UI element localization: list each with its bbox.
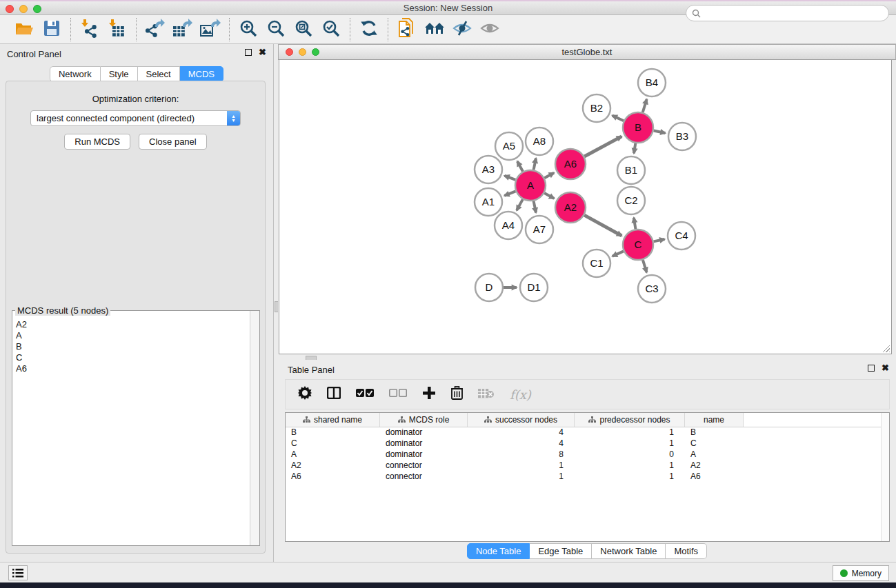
cell-name[interactable]: A2: [685, 460, 744, 472]
tab-select[interactable]: Select: [138, 66, 180, 82]
table-row-A2[interactable]: A2connector11A2: [286, 460, 889, 472]
graph-edge-A-A4[interactable]: [517, 199, 523, 210]
graph-node-B[interactable]: B: [623, 112, 653, 143]
graph-node-B1[interactable]: B1: [617, 156, 645, 184]
graph-node-A8[interactable]: A8: [526, 128, 553, 155]
graph-edge-A-A1[interactable]: [504, 191, 515, 195]
memory-button[interactable]: Memory: [833, 565, 889, 581]
cell-successor-nodes[interactable]: 8: [468, 449, 575, 460]
tab-network[interactable]: Network: [50, 66, 101, 82]
table-row-C[interactable]: Cdominator41C: [286, 438, 889, 449]
save-session-button[interactable]: [40, 19, 63, 41]
mcds-result-item[interactable]: A2: [16, 319, 246, 330]
close-window-icon[interactable]: [6, 5, 14, 13]
graph-node-B4[interactable]: B4: [638, 69, 666, 97]
graph-node-A4[interactable]: A4: [495, 212, 522, 239]
cell-shared-name[interactable]: A: [286, 449, 380, 460]
graph-node-A1[interactable]: A1: [475, 188, 502, 216]
graph-edge-C-C2[interactable]: [634, 218, 636, 230]
zoom-out-button[interactable]: [264, 19, 288, 41]
column-header-shared-name[interactable]: shared name: [286, 413, 380, 427]
graph-node-A7[interactable]: A7: [526, 216, 553, 243]
cell-predecessor-nodes[interactable]: 1: [575, 438, 685, 449]
cell-predecessor-nodes[interactable]: 0: [575, 449, 685, 460]
cell-shared-name[interactable]: B: [286, 427, 380, 438]
table-row-A6[interactable]: A6connector11A6: [286, 472, 889, 483]
zoom-fit-button[interactable]: [292, 19, 315, 41]
cell-MCDS-role[interactable]: connector: [380, 472, 468, 483]
mcds-result-list[interactable]: A2ABCA6: [13, 318, 249, 545]
graph-edge-A2-C[interactable]: [584, 215, 621, 236]
cell-shared-name[interactable]: C: [286, 438, 380, 449]
network-minimize-icon[interactable]: [299, 48, 306, 56]
zoom-selected-button[interactable]: [319, 19, 343, 41]
cell-MCDS-role[interactable]: connector: [380, 460, 468, 472]
cell-MCDS-role[interactable]: dominator: [380, 449, 468, 460]
close-panel-button[interactable]: Close panel: [139, 134, 207, 150]
graph-node-C3[interactable]: C3: [638, 275, 666, 303]
float-panel-icon[interactable]: [245, 49, 252, 56]
network-canvas[interactable]: B4B2BB3A5A8A6A3B1AC2A1A2A4A7C4CC1C3DD1: [279, 60, 892, 354]
tab-style[interactable]: Style: [101, 66, 138, 82]
cell-predecessor-nodes[interactable]: 1: [575, 427, 685, 438]
network-maximize-icon[interactable]: [312, 48, 319, 56]
graph-node-A5[interactable]: A5: [495, 132, 523, 160]
hide-selected-button[interactable]: [450, 19, 474, 41]
mcds-result-item[interactable]: A: [16, 330, 246, 341]
apply-layout-button[interactable]: [357, 19, 381, 41]
close-table-panel-icon[interactable]: ✖: [882, 365, 889, 372]
cell-shared-name[interactable]: A2: [286, 460, 380, 472]
search-input[interactable]: [704, 6, 888, 20]
graph-edge-B-B1[interactable]: [634, 143, 635, 154]
table-row-B[interactable]: Bdominator41B: [286, 427, 889, 438]
export-table-button[interactable]: [171, 19, 195, 41]
column-header-predecessor-nodes[interactable]: predecessor nodes: [575, 413, 685, 427]
column-header-MCDS-role[interactable]: MCDS role: [380, 413, 468, 427]
tab-motifs[interactable]: Motifs: [666, 543, 707, 559]
open-file-button[interactable]: [12, 19, 36, 41]
graph-edge-A-A5[interactable]: [517, 161, 523, 172]
graph-edge-B-B3[interactable]: [654, 131, 666, 133]
graph-node-A3[interactable]: A3: [475, 156, 502, 183]
mcds-result-item[interactable]: B: [16, 341, 246, 352]
cell-successor-nodes[interactable]: 4: [468, 427, 575, 438]
graph-node-A[interactable]: A: [515, 170, 546, 201]
two-houses-button[interactable]: [423, 19, 446, 41]
graph-edge-A-A6[interactable]: [544, 173, 554, 178]
network-close-icon[interactable]: [286, 48, 293, 56]
graph-node-C1[interactable]: C1: [583, 250, 610, 277]
mcds-result-item[interactable]: A6: [16, 363, 246, 374]
network-window-titlebar[interactable]: testGlobe.txt: [278, 44, 896, 60]
run-mcds-button[interactable]: Run MCDS: [64, 134, 130, 150]
tab-mcds[interactable]: MCDS: [180, 66, 223, 82]
import-network-button[interactable]: [78, 19, 101, 41]
trash-button[interactable]: [451, 386, 463, 403]
mcds-result-scrollbar[interactable]: [250, 311, 259, 545]
cell-name[interactable]: C: [685, 438, 744, 449]
add-button[interactable]: [422, 386, 436, 403]
graph-edge-A-A3[interactable]: [504, 176, 515, 180]
column-header-successor-nodes[interactable]: successor nodes: [468, 413, 575, 427]
graph-node-A2[interactable]: A2: [555, 192, 586, 223]
graph-edge-A-A8[interactable]: [534, 158, 536, 170]
export-network-button[interactable]: [143, 19, 167, 41]
maximize-window-icon[interactable]: [33, 5, 41, 13]
graph-node-C2[interactable]: C2: [617, 187, 645, 214]
column-header-name[interactable]: name: [685, 413, 744, 427]
show-all-button[interactable]: [478, 19, 501, 41]
graph-edge-C-C4[interactable]: [654, 239, 665, 241]
network-graph[interactable]: B4B2BB3A5A8A6A3B1AC2A1A2A4A7C4CC1C3DD1: [279, 60, 891, 353]
copy-network-button[interactable]: [395, 19, 419, 41]
uncheck-all-button[interactable]: [389, 388, 407, 401]
graph-node-C4[interactable]: C4: [668, 222, 695, 250]
graph-edge-A-A2[interactable]: [544, 193, 554, 199]
graph-node-A6[interactable]: A6: [555, 149, 586, 179]
cell-MCDS-role[interactable]: dominator: [380, 438, 468, 449]
graph-edge-A6-B[interactable]: [584, 136, 621, 156]
tab-network-table[interactable]: Network Table: [592, 543, 666, 559]
graph-node-B3[interactable]: B3: [668, 123, 696, 150]
tab-node-table[interactable]: Node Table: [467, 543, 530, 559]
cell-MCDS-role[interactable]: dominator: [380, 427, 468, 438]
graph-edge-C-C1[interactable]: [613, 251, 624, 256]
cell-predecessor-nodes[interactable]: 1: [575, 460, 685, 472]
